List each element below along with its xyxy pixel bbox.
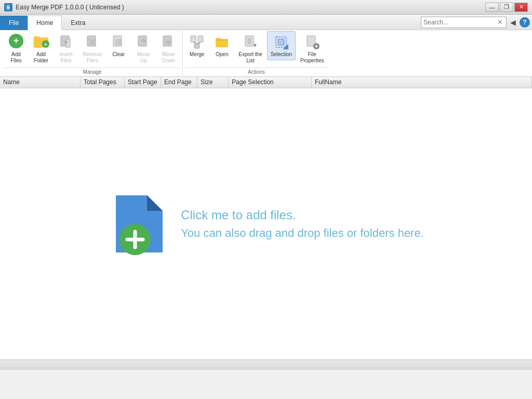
actions-buttons: Merge Open xyxy=(185,31,327,66)
col-header-end-page: End Page xyxy=(161,77,197,88)
svg-text:M: M xyxy=(7,6,10,9)
tabs-search-row: File Home Extra ✕ ◀ ? xyxy=(0,15,532,30)
main-content[interactable]: Click me to add files. You can also drag… xyxy=(0,88,532,360)
move-up-label: MoveUp xyxy=(137,51,150,64)
restore-button[interactable]: ❐ xyxy=(500,3,513,12)
move-up-button[interactable]: MoveUp xyxy=(131,31,155,66)
merge-button[interactable]: Merge xyxy=(185,31,209,60)
file-add-svg xyxy=(108,190,170,258)
add-files-icon: + xyxy=(8,34,24,50)
open-icon xyxy=(214,34,230,50)
add-files-label: AddFiles xyxy=(10,51,21,64)
clear-button[interactable]: Clear xyxy=(107,31,130,60)
svg-rect-38 xyxy=(278,39,284,45)
selection-button[interactable]: Selection xyxy=(267,31,296,60)
drop-secondary-text: You can also drag and drop files or fold… xyxy=(181,227,424,240)
svg-rect-16 xyxy=(113,36,122,46)
drop-primary-text: Click me to add files. xyxy=(181,208,424,222)
search-back-button[interactable]: ◀ xyxy=(508,17,518,28)
remove-files-icon xyxy=(84,34,101,50)
drop-icon xyxy=(108,190,170,258)
add-folder-button[interactable]: + AddFolder xyxy=(29,31,53,66)
open-button[interactable]: Open xyxy=(210,31,234,60)
move-down-icon xyxy=(160,34,177,50)
file-properties-icon xyxy=(304,34,321,50)
svg-marker-10 xyxy=(66,39,70,47)
drop-area[interactable]: Click me to add files. You can also drag… xyxy=(87,169,445,278)
selection-label: Selection xyxy=(271,51,292,58)
window-controls: — ❐ ✕ xyxy=(485,3,528,12)
col-header-start-page: Start Page xyxy=(125,77,161,88)
export-list-icon xyxy=(242,34,259,50)
clear-icon xyxy=(110,34,127,50)
table-header: Name Total Pages Start Page End Page Siz… xyxy=(0,77,532,88)
close-button[interactable]: ✕ xyxy=(514,3,528,12)
tab-home[interactable]: Home xyxy=(28,16,62,30)
manage-label: Manage xyxy=(4,68,180,76)
tabs-area: File Home Extra xyxy=(0,15,94,30)
status-bar xyxy=(0,360,532,370)
clear-label: Clear xyxy=(112,51,125,58)
move-up-icon xyxy=(135,34,152,50)
svg-marker-36 xyxy=(254,44,257,47)
help-button[interactable]: ? xyxy=(520,17,530,28)
remove-files-label: RemoveFiles xyxy=(83,51,102,64)
svg-rect-6 xyxy=(34,36,40,39)
title-left: M Easy Merge PDF 1.0.0.0 ( Unlicensed ) xyxy=(4,3,124,11)
tab-file[interactable]: File xyxy=(0,16,28,30)
merge-icon xyxy=(189,34,205,50)
insert-files-button[interactable]: InsertFiles xyxy=(54,31,78,66)
search-area: ✕ ◀ ? xyxy=(419,15,532,30)
svg-text:+: + xyxy=(14,35,19,46)
col-header-fullname: FullName xyxy=(312,77,532,88)
svg-rect-24 xyxy=(191,36,196,42)
file-properties-label: FileProperties xyxy=(300,51,324,64)
col-header-size: Size xyxy=(197,77,229,88)
minimize-button[interactable]: — xyxy=(485,3,499,12)
add-folder-icon: + xyxy=(33,34,49,50)
tab-extra[interactable]: Extra xyxy=(62,16,94,30)
col-header-total-pages: Total Pages xyxy=(81,77,125,88)
merge-label: Merge xyxy=(190,51,204,58)
search-clear-icon[interactable]: ✕ xyxy=(496,18,504,26)
insert-files-icon xyxy=(58,34,74,50)
title-text: Easy Merge PDF 1.0.0.0 ( Unlicensed ) xyxy=(16,4,124,11)
col-header-page-selection: Page Selection xyxy=(229,77,312,88)
manage-buttons: + AddFiles + AddFolder xyxy=(4,31,180,66)
remove-files-button[interactable]: RemoveFiles xyxy=(79,31,105,66)
search-bar: ✕ xyxy=(421,17,507,28)
insert-files-label: InsertFiles xyxy=(59,51,72,64)
add-files-button[interactable]: + AddFiles xyxy=(4,31,28,66)
app-icon: M xyxy=(4,3,12,11)
move-down-button[interactable]: MoveDown xyxy=(156,31,180,66)
ribbon-group-manage: + AddFiles + AddFolder xyxy=(2,31,183,76)
selection-icon xyxy=(273,34,289,50)
actions-label: Actions xyxy=(185,68,327,76)
move-down-label: MoveDown xyxy=(162,51,175,64)
export-list-button[interactable]: Export theList xyxy=(235,31,266,66)
svg-text:+: + xyxy=(44,41,47,47)
ribbon: + AddFiles + AddFolder xyxy=(0,30,532,77)
open-label: Open xyxy=(216,51,228,58)
svg-rect-25 xyxy=(198,36,203,42)
add-folder-label: AddFolder xyxy=(34,51,48,64)
ribbon-group-actions: Merge Open xyxy=(183,31,329,76)
export-list-label: Export theList xyxy=(238,51,262,64)
search-input[interactable] xyxy=(423,19,496,26)
file-properties-button[interactable]: FileProperties xyxy=(297,31,328,66)
col-header-name: Name xyxy=(0,77,81,88)
title-bar: M Easy Merge PDF 1.0.0.0 ( Unlicensed ) … xyxy=(0,0,532,15)
